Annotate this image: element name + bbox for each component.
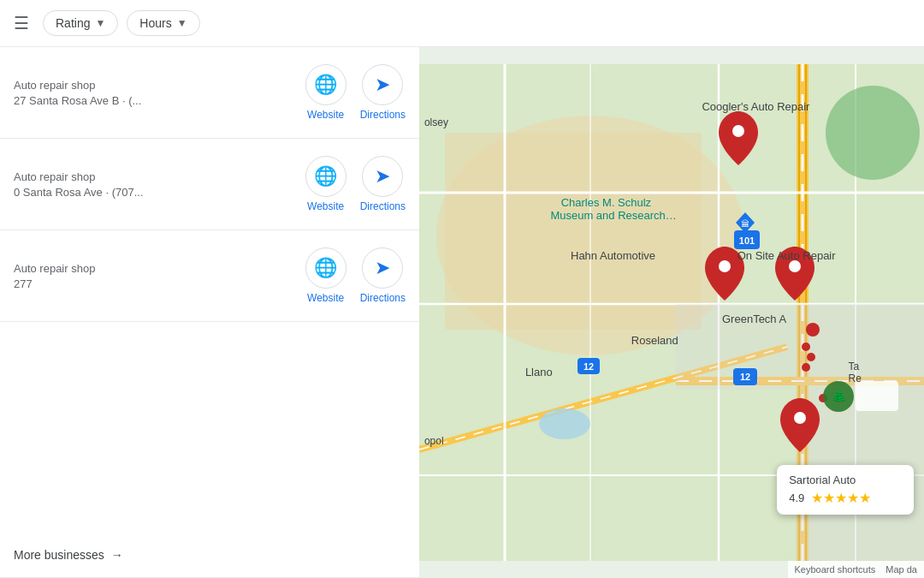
directions-circle: ➤ [362,156,403,197]
website-circle: 🌐 [305,156,346,197]
svg-point-35 [802,343,810,351]
listing-address: 277 [14,277,305,290]
website-button[interactable]: 🌐 Website [305,156,346,212]
website-circle: 🌐 [305,64,346,105]
listing-item: Auto repair shop 27 Santa Rosa Ave B · (… [0,47,419,139]
filter-bar: ☰ Rating ▼ Hours ▼ [0,0,924,47]
menu-icon[interactable]: ☰ [14,13,29,33]
listing-info: Auto repair shop 27 Santa Rosa Ave B · (… [14,79,305,107]
hours-filter-label: Hours [139,16,171,30]
website-label: Website [307,200,344,212]
website-label: Website [307,292,344,304]
popup-stars: ★★★★★ [811,490,871,506]
svg-text:12: 12 [583,361,594,372]
directions-button[interactable]: ➤ Directions [360,156,406,212]
map-data-label: Map da [886,564,917,575]
svg-point-34 [806,323,820,337]
rating-chevron-icon: ▼ [95,17,105,29]
website-label: Website [307,109,344,121]
svg-point-21 [826,86,920,180]
website-button[interactable]: 🌐 Website [305,64,346,121]
map-footer: Keyboard shortcuts Map da [788,561,924,578]
directions-label: Directions [360,200,406,212]
website-circle: 🌐 [305,247,346,289]
svg-point-32 [719,260,731,272]
listing-item: Auto repair shop 277 🌐 Website ➤ Directi… [0,230,419,322]
rating-filter-button[interactable]: Rating ▼ [43,10,118,36]
more-businesses-label: More businesses [14,548,104,562]
listing-address: 27 Santa Rosa Ave B · (... [14,94,305,107]
svg-rect-42 [856,381,898,411]
directions-button[interactable]: ➤ Directions [360,64,406,121]
keyboard-shortcuts-link[interactable]: Keyboard shortcuts [795,564,876,575]
directions-icon: ➤ [375,165,390,188]
directions-circle: ➤ [362,64,403,105]
directions-button[interactable]: ➤ Directions [360,247,406,304]
svg-point-33 [789,260,801,272]
svg-text:101: 101 [739,235,755,246]
svg-point-39 [794,412,806,424]
svg-point-31 [732,125,744,137]
listing-info: Auto repair shop 0 Santa Rosa Ave · (707… [14,170,305,199]
svg-text:🌲: 🌲 [832,390,847,404]
directions-label: Directions [360,292,406,304]
svg-point-36 [807,353,815,361]
popup-rating: 4.9 [789,492,804,504]
listing-type: Auto repair shop [14,79,305,92]
map-panel[interactable]: 101 12 12 🏛 [419,47,924,578]
listings-panel: Auto repair shop 27 Santa Rosa Ave B · (… [0,47,419,578]
more-businesses-button[interactable]: More businesses → [0,533,419,578]
svg-rect-3 [445,133,702,330]
svg-text:🏛: 🏛 [741,219,749,229]
svg-point-37 [802,363,810,372]
directions-icon: ➤ [375,257,390,279]
hours-chevron-icon: ▼ [177,17,187,29]
popup-business-name: Sartorial Auto [789,474,902,486]
business-popup-sartorial: Sartorial Auto 4.9 ★★★★★ [777,465,914,515]
website-icon: 🌐 [314,74,337,96]
listing-actions: 🌐 Website ➤ Directions [305,247,406,304]
listing-actions: 🌐 Website ➤ Directions [305,156,406,212]
arrow-right-icon: → [111,548,123,562]
listing-type: Auto repair shop [14,262,305,275]
directions-icon: ➤ [375,74,390,96]
directions-circle: ➤ [362,247,403,289]
website-icon: 🌐 [314,165,337,188]
main-content: Auto repair shop 27 Santa Rosa Ave B · (… [0,47,924,578]
svg-point-22 [539,408,590,439]
listing-item: Auto repair shop 0 Santa Rosa Ave · (707… [0,139,419,230]
listing-actions: 🌐 Website ➤ Directions [305,64,406,121]
listing-address: 0 Santa Rosa Ave · (707... [14,186,305,199]
directions-label: Directions [360,109,406,121]
rating-filter-label: Rating [56,16,90,30]
listing-info: Auto repair shop 277 [14,262,305,290]
website-button[interactable]: 🌐 Website [305,247,346,304]
listing-type: Auto repair shop [14,170,305,183]
svg-text:12: 12 [740,372,750,382]
website-icon: 🌐 [314,257,337,279]
hours-filter-button[interactable]: Hours ▼ [127,10,199,36]
